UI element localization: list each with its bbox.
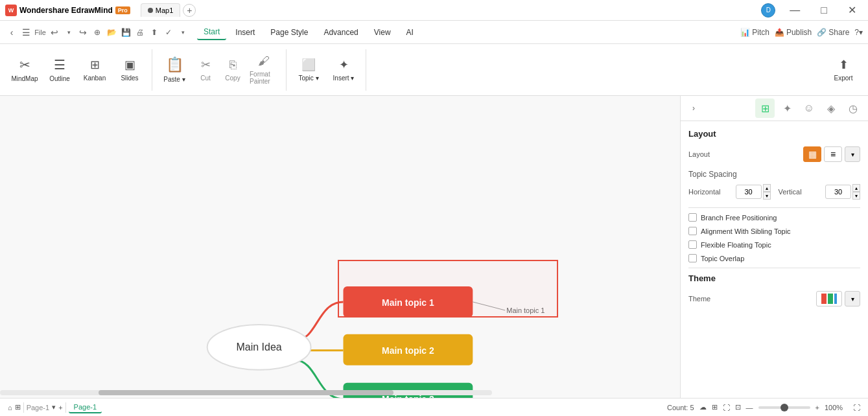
branch-free-checkbox[interactable] xyxy=(688,213,697,222)
fullscreen-button[interactable]: ⛶ xyxy=(853,404,860,411)
export-button[interactable]: ⬆ Export xyxy=(827,49,860,91)
horizontal-scrollbar[interactable] xyxy=(0,390,492,395)
layout-dropdown[interactable]: ▾ xyxy=(845,146,860,162)
pro-badge: Pro xyxy=(115,6,130,14)
menu-ai[interactable]: AI xyxy=(400,25,420,40)
status-left: ⌂ ⊞ Page-1 ▾ + Page-1 xyxy=(8,402,102,413)
export-group: ⬆ Export xyxy=(827,49,860,91)
export-menu[interactable]: ⬆ xyxy=(148,26,161,39)
menu-view[interactable]: View xyxy=(368,25,397,40)
minimize-button[interactable]: — xyxy=(783,5,806,16)
horizontal-spinner: ▴ ▾ xyxy=(763,184,771,200)
outline-button[interactable]: ☰ Outline xyxy=(43,49,76,91)
alignment-sibling-checkbox[interactable] xyxy=(688,227,697,235)
zoom-minus[interactable]: — xyxy=(746,404,753,411)
menu-advanced[interactable]: Advanced xyxy=(317,25,364,40)
format-painter-button[interactable]: 🖌 Format Painter xyxy=(247,49,281,91)
status-icon-fit[interactable]: ⊡ xyxy=(735,403,741,411)
new-tab-button[interactable]: + xyxy=(183,4,196,17)
menu-start[interactable]: Start xyxy=(197,25,226,40)
status-icon-expand[interactable]: ⛶ xyxy=(723,404,730,411)
slides-button[interactable]: ▣ Slides xyxy=(113,49,147,91)
close-button[interactable]: ✕ xyxy=(841,4,863,16)
vertical-input[interactable]: 30 xyxy=(825,185,851,199)
status-icon-cloud[interactable]: ☁ xyxy=(699,403,707,411)
horizontal-down[interactable]: ▾ xyxy=(763,192,771,200)
vertical-down[interactable]: ▾ xyxy=(852,192,860,200)
divider-2 xyxy=(688,268,860,268)
user-avatar[interactable]: D xyxy=(761,3,775,17)
page-tab-active[interactable]: Page-1 xyxy=(69,402,102,413)
svg-text:Main topic 2: Main topic 2 xyxy=(382,345,434,356)
zoom-level[interactable]: 100% xyxy=(825,404,848,411)
panel-collapse-button[interactable]: › xyxy=(686,100,701,116)
menu-toggle[interactable]: ☰ xyxy=(19,26,32,39)
menubar: ‹ ☰ File ↩ ▾ ↪ ⊕ 📂 💾 🖨 ⬆ ✓ ▾ Start Inser… xyxy=(0,21,868,44)
topic-button[interactable]: ⬜ Topic ▾ xyxy=(292,49,325,91)
page-name-label: Page-1 xyxy=(27,404,49,411)
alignment-sibling-row: Alignment With Sibling Topic xyxy=(688,227,860,235)
publish-label: Publish xyxy=(786,28,812,37)
insert-button[interactable]: ✦ Insert ▾ xyxy=(327,49,360,91)
layout-tab[interactable]: ⊞ xyxy=(755,98,775,118)
theme-preview[interactable] xyxy=(816,291,842,306)
nav-back-button[interactable]: ‹ xyxy=(5,26,18,39)
save-button[interactable]: 💾 xyxy=(119,26,132,39)
publish-button[interactable]: 📤 Publish xyxy=(775,28,812,37)
theme-dropdown[interactable]: ▾ xyxy=(845,291,860,306)
flexible-floating-row: Flexible Floating Topic xyxy=(688,240,860,249)
file-menu[interactable]: File xyxy=(34,26,47,39)
copy-button[interactable]: ⎘ Copy xyxy=(220,49,246,91)
undo-button[interactable]: ↩ xyxy=(48,26,61,39)
app-tab-map[interactable]: Map1 xyxy=(141,3,181,17)
maximize-button[interactable]: □ xyxy=(814,5,834,16)
status-icon-layout[interactable]: ⊞ xyxy=(712,403,718,411)
kanban-label: Kanban xyxy=(84,75,106,82)
cut-icon: ✂ xyxy=(201,58,211,72)
menu-insert[interactable]: Insert xyxy=(229,25,261,40)
spacing-row: Horizontal 30 ▴ ▾ Vertical 30 xyxy=(688,184,860,200)
status-icon-home[interactable]: ⌂ xyxy=(8,404,12,411)
history-tab[interactable]: ◷ xyxy=(843,98,863,118)
grid-layout-button[interactable]: ▦ xyxy=(803,146,821,162)
paste-button[interactable]: 📋 Paste ▾ xyxy=(158,49,191,91)
mindmap-svg: Main Idea Main topic 1 Main topic 1 Main… xyxy=(0,96,680,398)
redo-button[interactable]: ↪ xyxy=(76,26,89,39)
pitch-button[interactable]: 📊 Pitch xyxy=(740,28,769,37)
horizontal-input[interactable]: 30 xyxy=(736,185,762,199)
more-button[interactable]: ▾ xyxy=(176,26,189,39)
publish-icon: 📤 xyxy=(775,28,784,37)
zoom-plus[interactable]: + xyxy=(815,404,819,411)
vertical-up[interactable]: ▴ xyxy=(852,184,860,192)
topic-icon: ⬜ xyxy=(301,58,316,72)
canvas-area[interactable]: Main Idea Main topic 1 Main topic 1 Main… xyxy=(0,96,680,398)
layout-control: ▦ ≡ ▾ xyxy=(803,146,860,162)
zoom-slider[interactable] xyxy=(758,406,810,409)
list-layout-button[interactable]: ≡ xyxy=(824,146,842,162)
undo-dropdown[interactable]: ▾ xyxy=(62,26,75,39)
cut-button[interactable]: ✂ Cut xyxy=(193,49,218,91)
mindmap-button[interactable]: ✂ MindMap xyxy=(8,49,41,91)
review-button[interactable]: ✓ xyxy=(162,26,175,39)
ai-tab[interactable]: ✦ xyxy=(777,98,797,118)
menu-page-style[interactable]: Page Style xyxy=(264,25,314,40)
menu-nav: ‹ ☰ File ↩ ▾ ↪ ⊕ 📂 💾 🖨 ⬆ ✓ ▾ xyxy=(5,26,189,39)
style-tab[interactable]: ◈ xyxy=(821,98,841,118)
horizontal-up[interactable]: ▴ xyxy=(763,184,771,192)
page-name-dropdown[interactable]: ▾ xyxy=(52,403,56,411)
open-button[interactable]: 📂 xyxy=(105,26,118,39)
add-page-button[interactable]: + xyxy=(58,404,62,411)
flexible-floating-checkbox[interactable] xyxy=(688,240,697,249)
status-icon-grid[interactable]: ⊞ xyxy=(15,403,21,411)
insert-icon: ✦ xyxy=(339,58,349,72)
horizontal-input-group: 30 ▴ ▾ xyxy=(736,184,771,200)
topic-overlap-checkbox[interactable] xyxy=(688,254,697,262)
emoji-tab[interactable]: ☺ xyxy=(799,98,819,118)
panel-content: Layout Layout ▦ ≡ ▾ Topic Spacing Horizo… xyxy=(681,121,868,398)
vertical-input-group: 30 ▴ ▾ xyxy=(825,184,860,200)
kanban-button[interactable]: ⊞ Kanban xyxy=(78,49,111,91)
help-button[interactable]: ?▾ xyxy=(854,28,863,37)
new-button[interactable]: ⊕ xyxy=(91,26,104,39)
share-button[interactable]: 🔗 Share xyxy=(817,28,849,37)
print-button[interactable]: 🖨 xyxy=(134,26,147,39)
